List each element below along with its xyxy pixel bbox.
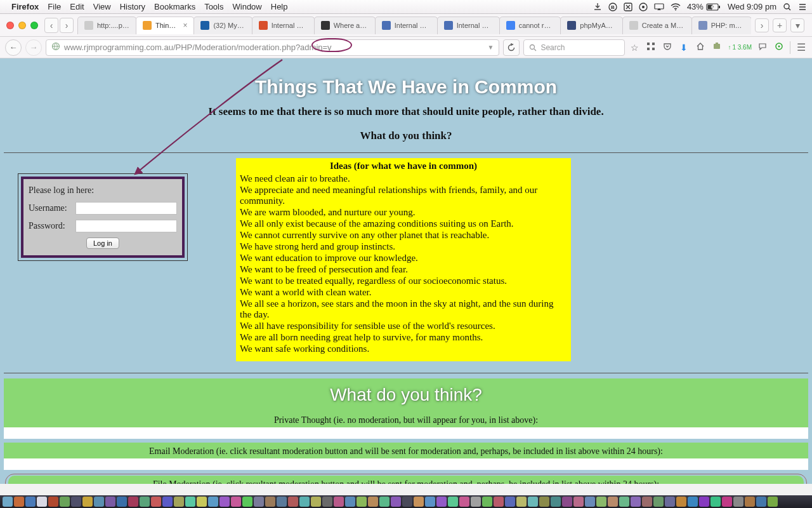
browser-tab[interactable]: Internal S…: [437, 17, 500, 34]
dock-app-icon[interactable]: [368, 497, 378, 507]
statusbar-wifi-icon[interactable]: [671, 3, 681, 11]
dock-app-icon[interactable]: [459, 497, 469, 507]
browser-tab[interactable]: Internal S…: [375, 17, 438, 34]
dock-app-icon[interactable]: [619, 497, 629, 507]
dock-app-icon[interactable]: [665, 497, 675, 507]
address-bar[interactable]: www.rjmprogramming.com.au/PHP/Moderation…: [46, 39, 499, 56]
dock-app-icon[interactable]: [471, 497, 481, 507]
mac-menu-view[interactable]: View: [93, 2, 111, 11]
dock-app-icon[interactable]: [516, 497, 527, 507]
dock-app-icon[interactable]: [37, 497, 47, 507]
dock-app-icon[interactable]: [631, 497, 641, 507]
dock-app-icon[interactable]: [277, 497, 287, 507]
dock-app-icon[interactable]: [94, 497, 104, 507]
dock-app-icon[interactable]: [505, 497, 515, 507]
dock-app-icon[interactable]: [219, 497, 230, 507]
mac-menu-tools[interactable]: Tools: [204, 2, 223, 11]
statusbar-b-icon[interactable]: B: [608, 3, 617, 11]
browser-tab[interactable]: Create a MyS…: [622, 17, 692, 34]
statusbar-app-icon-1[interactable]: [624, 3, 632, 11]
dock-app-icon[interactable]: [265, 497, 275, 507]
dock-app-icon[interactable]: [82, 497, 93, 507]
dock-app-icon[interactable]: [596, 497, 606, 507]
active-app-name[interactable]: Firefox: [11, 2, 39, 11]
password-input[interactable]: [75, 220, 177, 232]
dock-app-icon[interactable]: [425, 497, 435, 507]
username-input[interactable]: [75, 202, 177, 215]
pocket-icon[interactable]: [662, 42, 673, 53]
dock-app-icon[interactable]: [48, 497, 58, 507]
dock-app-icon[interactable]: [585, 497, 595, 507]
dock-app-icon[interactable]: [379, 497, 390, 507]
app-menu-button[interactable]: ☰: [796, 41, 807, 53]
dock-app-icon[interactable]: [71, 497, 81, 507]
browser-tab[interactable]: Thing…×: [136, 17, 194, 34]
browser-tab[interactable]: Internal E…: [252, 17, 315, 34]
dock-app-icon[interactable]: [642, 497, 652, 507]
browser-tab[interactable]: PHP: my…: [691, 17, 751, 34]
dock-app-icon[interactable]: [311, 497, 321, 507]
mac-menu-bookmarks[interactable]: Bookmarks: [154, 2, 195, 11]
mac-dock[interactable]: [0, 495, 812, 508]
site-identity-icon[interactable]: [51, 42, 60, 53]
dock-app-icon[interactable]: [402, 497, 412, 507]
login-button[interactable]: Log in: [86, 237, 119, 249]
dock-app-icon[interactable]: [151, 497, 161, 507]
dock-app-icon[interactable]: [128, 497, 138, 507]
dock-app-icon[interactable]: [117, 497, 127, 507]
dock-app-icon[interactable]: [733, 497, 743, 507]
dock-app-icon[interactable]: [242, 497, 252, 507]
dock-app-icon[interactable]: [562, 497, 572, 507]
dock-app-icon[interactable]: [185, 497, 195, 507]
nav-back-button[interactable]: ←: [5, 39, 22, 56]
dock-app-icon[interactable]: [357, 497, 367, 507]
dock-app-icon[interactable]: [140, 497, 150, 507]
dock-app-icon[interactable]: [448, 497, 458, 507]
mac-menu-file[interactable]: File: [48, 2, 61, 11]
browser-tab[interactable]: http:....php: [77, 17, 136, 34]
dock-app-icon[interactable]: [722, 497, 732, 507]
tab-close-icon[interactable]: ×: [183, 21, 187, 30]
downloads-icon[interactable]: ⬇: [678, 43, 690, 53]
toolbar-target-icon[interactable]: [773, 42, 785, 53]
home-icon[interactable]: [695, 42, 706, 53]
dock-app-icon[interactable]: [25, 497, 36, 507]
dock-app-icon[interactable]: [551, 497, 561, 507]
dock-app-icon[interactable]: [688, 497, 698, 507]
dock-app-icon[interactable]: [197, 497, 207, 507]
reload-button[interactable]: [503, 39, 520, 56]
browser-tab[interactable]: phpMyAd…: [560, 17, 622, 34]
window-zoom-button[interactable]: [30, 22, 38, 29]
dock-app-icon[interactable]: [162, 497, 173, 507]
dock-app-icon[interactable]: [608, 497, 618, 507]
mac-menu-help[interactable]: Help: [271, 2, 288, 11]
toolbar-extension-icon[interactable]: [711, 42, 723, 53]
dock-app-icon[interactable]: [299, 497, 310, 507]
new-tab-button[interactable]: +: [773, 18, 787, 32]
tabs-scroll-right-button[interactable]: ›: [60, 18, 74, 33]
tabs-scroll-left-button[interactable]: ‹: [44, 18, 58, 33]
nav-forward-button[interactable]: →: [25, 39, 42, 56]
toolbar-chat-icon[interactable]: [757, 42, 768, 53]
dock-app-icon[interactable]: [254, 497, 264, 507]
dock-app-icon[interactable]: [745, 497, 755, 507]
dock-app-icon[interactable]: [414, 497, 424, 507]
dock-app-icon[interactable]: [208, 497, 218, 507]
search-bar[interactable]: Search: [523, 39, 625, 56]
statusbar-battery[interactable]: 43%: [687, 2, 721, 11]
dock-app-icon[interactable]: [3, 497, 13, 507]
bookmark-star-icon[interactable]: ☆: [629, 43, 640, 53]
dock-app-icon[interactable]: [573, 497, 584, 507]
dock-app-icon[interactable]: [699, 497, 709, 507]
browser-tab[interactable]: Where ar…: [314, 17, 376, 34]
browser-tab[interactable]: cannot re…: [499, 17, 561, 34]
dock-app-icon[interactable]: [345, 497, 355, 507]
dock-app-icon[interactable]: [288, 497, 298, 507]
dock-app-icon[interactable]: [174, 497, 184, 507]
dock-app-icon[interactable]: [539, 497, 549, 507]
tabs-overflow-button[interactable]: ›: [755, 18, 769, 32]
window-close-button[interactable]: [6, 22, 14, 29]
dock-app-icon[interactable]: [436, 497, 447, 507]
statusbar-notifications-icon[interactable]: [798, 3, 807, 11]
statusbar-spotlight-icon[interactable]: [783, 3, 792, 11]
